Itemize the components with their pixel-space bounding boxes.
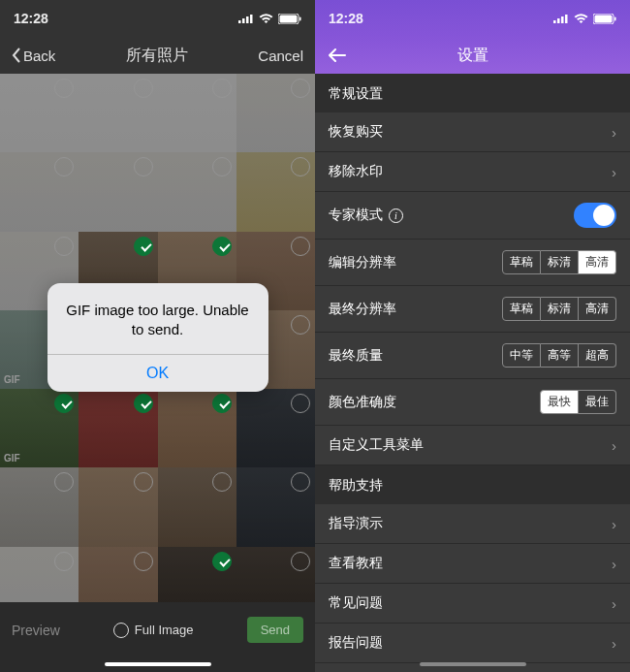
row-label: 指导演示 <box>329 515 383 532</box>
photo-picker-screen: 12:28 Back 所有照片 Cancel GIF GIF <box>0 0 315 672</box>
seg-opt[interactable]: 最佳 <box>579 390 616 414</box>
svg-rect-13 <box>614 16 616 20</box>
status-bar: 12:28 <box>0 0 315 37</box>
row-label: 查看教程 <box>329 555 383 572</box>
row-label: 移除水印 <box>329 163 383 180</box>
status-time: 12:28 <box>14 11 48 26</box>
svg-rect-7 <box>553 20 556 23</box>
row-edit-resolution: 编辑分辨率 草稿 标清 高清 <box>315 240 630 286</box>
svg-rect-1 <box>242 18 245 23</box>
info-icon[interactable]: i <box>389 208 403 223</box>
status-indicators <box>553 14 616 24</box>
chevron-right-icon: › <box>612 635 616 652</box>
row-remove-watermark[interactable]: 移除水印 › <box>315 152 630 192</box>
row-final-resolution: 最终分辨率 草稿 标清 高清 <box>315 286 630 333</box>
battery-icon <box>278 14 301 24</box>
svg-rect-8 <box>557 18 560 23</box>
settings-screen: 12:28 设置 常规设置 恢复购买 › 移除水印 › 专家模式 i <box>315 0 630 672</box>
svg-rect-10 <box>565 15 568 23</box>
back-button[interactable]: Back <box>12 48 55 64</box>
wifi-icon <box>259 14 273 24</box>
seg-opt[interactable]: 标清 <box>541 250 579 274</box>
row-label: 最终分辨率 <box>329 301 396 318</box>
color-accuracy-segment[interactable]: 最快 最佳 <box>540 390 616 414</box>
signal-icon <box>553 14 569 23</box>
nav-title: 所有照片 <box>126 46 188 66</box>
svg-rect-9 <box>561 16 564 23</box>
chevron-right-icon: › <box>612 437 616 454</box>
back-label: Back <box>23 48 55 64</box>
row-label: 编辑分辨率 <box>329 254 396 272</box>
chevron-right-icon: › <box>612 516 616 532</box>
chevron-right-icon: › <box>612 164 616 180</box>
section-help: 帮助支持 <box>315 465 630 504</box>
row-expert-mode: 专家模式 i <box>315 192 630 240</box>
seg-opt[interactable]: 高清 <box>579 297 616 321</box>
radio-icon <box>113 623 129 638</box>
alert-dialog: GIF image too large. Unable to send. OK <box>47 283 268 392</box>
section-general: 常规设置 <box>315 74 630 112</box>
svg-rect-12 <box>595 15 613 22</box>
home-indicator <box>420 662 526 666</box>
final-quality-segment[interactable]: 中等 高等 超高 <box>502 343 616 368</box>
seg-opt[interactable]: 中等 <box>502 343 541 368</box>
edit-res-segment[interactable]: 草稿 标清 高清 <box>502 250 616 274</box>
chevron-right-icon: › <box>612 595 616 612</box>
nav-bar: Back 所有照片 Cancel <box>0 37 315 74</box>
row-final-quality: 最终质量 中等 高等 超高 <box>315 333 630 379</box>
status-indicators <box>238 14 301 24</box>
status-bar: 12:28 <box>315 0 630 37</box>
row-report[interactable]: 报告问题 › <box>315 624 630 663</box>
seg-opt[interactable]: 高等 <box>541 343 579 368</box>
row-label: 专家模式 <box>329 207 383 224</box>
cancel-button[interactable]: Cancel <box>258 48 303 64</box>
alert-ok-button[interactable]: OK <box>47 355 268 392</box>
svg-rect-0 <box>238 20 241 23</box>
settings-list[interactable]: 常规设置 恢复购买 › 移除水印 › 专家模式 i 编辑分辨率 草稿 标清 高清… <box>315 74 630 672</box>
back-button[interactable] <box>329 48 346 62</box>
chevron-right-icon: › <box>612 124 616 141</box>
row-label: 常见问题 <box>329 594 383 612</box>
expert-mode-toggle[interactable] <box>574 203 616 228</box>
status-time: 12:28 <box>329 11 363 26</box>
arrow-left-icon <box>329 48 346 62</box>
header: 设置 <box>315 37 630 74</box>
seg-opt[interactable]: 高清 <box>579 250 616 274</box>
seg-opt[interactable]: 标清 <box>541 297 579 321</box>
home-indicator <box>105 662 211 666</box>
final-res-segment[interactable]: 草稿 标清 高清 <box>502 297 616 321</box>
row-faq[interactable]: 常见问题 › <box>315 584 630 624</box>
row-color-accuracy: 颜色准确度 最快 最佳 <box>315 379 630 426</box>
seg-opt[interactable]: 草稿 <box>502 250 541 274</box>
preview-button[interactable]: Preview <box>12 623 60 638</box>
svg-rect-2 <box>246 16 249 23</box>
svg-rect-3 <box>250 15 253 23</box>
seg-opt[interactable]: 超高 <box>579 343 616 368</box>
row-view-tutorial[interactable]: 查看教程 › <box>315 544 630 584</box>
row-label: 最终质量 <box>329 347 383 365</box>
signal-icon <box>238 14 254 23</box>
send-button[interactable]: Send <box>247 617 303 643</box>
row-label: 自定义工具菜单 <box>329 436 424 454</box>
row-label: 恢复购买 <box>329 123 383 141</box>
chevron-right-icon: › <box>612 556 616 572</box>
battery-icon <box>593 14 616 24</box>
row-label: 颜色准确度 <box>329 394 396 411</box>
header-title: 设置 <box>457 46 488 66</box>
full-image-label: Full Image <box>135 623 194 637</box>
svg-rect-6 <box>299 16 301 20</box>
seg-opt[interactable]: 草稿 <box>502 297 541 321</box>
full-image-toggle[interactable]: Full Image <box>113 623 194 638</box>
row-custom-tools[interactable]: 自定义工具菜单 › <box>315 426 630 465</box>
row-label: 报告问题 <box>329 634 383 652</box>
seg-opt[interactable]: 最快 <box>540 390 579 414</box>
row-restore-purchase[interactable]: 恢复购买 › <box>315 112 630 152</box>
alert-message: GIF image too large. Unable to send. <box>63 301 253 338</box>
svg-rect-5 <box>280 15 298 22</box>
chevron-left-icon <box>12 48 21 63</box>
wifi-icon <box>574 14 588 24</box>
row-tutorial[interactable]: 指导演示 › <box>315 504 630 544</box>
